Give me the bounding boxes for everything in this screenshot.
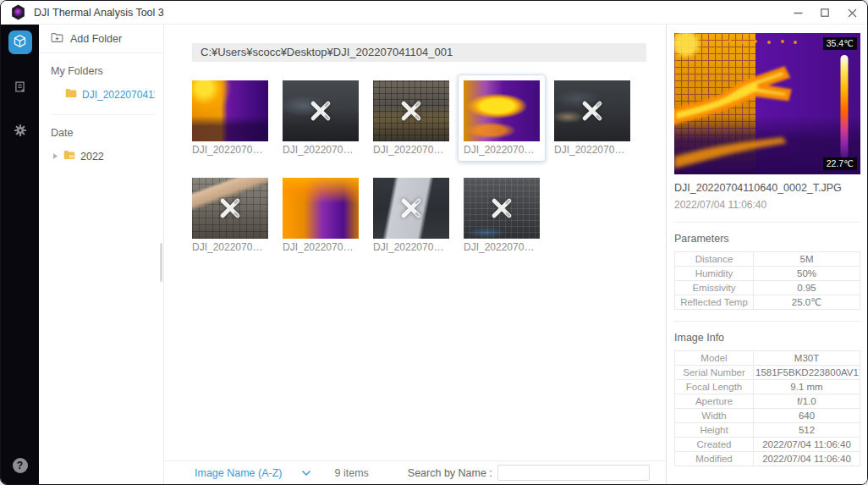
thumbnail-image[interactable]: [192, 80, 268, 141]
row-value: 512: [754, 423, 860, 438]
no-edit-icon: [464, 178, 540, 239]
no-edit-icon: [373, 178, 449, 239]
expand-arrow-icon[interactable]: [52, 151, 58, 163]
minimize-button[interactable]: [791, 6, 805, 19]
min-temp-badge: 22.7℃: [823, 157, 857, 170]
divider: [674, 222, 860, 223]
table-row: Width640: [675, 409, 860, 423]
year-label: 2022: [80, 151, 104, 163]
row-label: Height: [675, 423, 754, 438]
thumbnail-label: DJI_2022070…: [283, 241, 359, 253]
thumbnail-3[interactable]: DJI_2022070…: [367, 74, 455, 162]
no-edit-icon: [283, 80, 359, 141]
thumbnail-1[interactable]: DJI_2022070…: [186, 74, 274, 162]
thumbnail-image[interactable]: [283, 80, 359, 141]
row-value: 0.95: [754, 281, 860, 295]
preview-filename: DJI_20220704110640_0002_T.JPG: [674, 182, 860, 194]
footer-bar: Image Name (A-Z) 9 items Search by Name …: [165, 460, 666, 484]
thumbnail-label: DJI_2022070…: [192, 144, 268, 156]
close-button[interactable]: [845, 6, 859, 19]
row-label: Distance: [675, 252, 754, 267]
table-row: ModelM30T: [675, 351, 860, 366]
app-window: DJI Thermal Analysis Tool 3: [0, 0, 868, 485]
no-edit-icon: [373, 80, 449, 141]
row-label: Reflected Temp: [675, 295, 754, 310]
row-value: f/1.0: [754, 394, 860, 409]
help-button[interactable]: ?: [13, 458, 28, 473]
thermal-preview-image: [674, 33, 860, 174]
main-content: C:¥Users¥scocc¥Desktop¥DJI_202207041104_…: [165, 25, 666, 484]
table-row: Emissivity0.95: [675, 281, 860, 295]
thumbnail-image[interactable]: [464, 80, 540, 141]
date-title: Date: [51, 127, 155, 139]
row-value: 2022/07/04 11:06:40: [754, 452, 860, 466]
row-label: Humidity: [675, 267, 754, 281]
nav-settings[interactable]: [8, 120, 32, 144]
gear-icon: [13, 123, 28, 141]
thumbnail-image[interactable]: [192, 178, 268, 239]
thumbnail-4[interactable]: DJI_2022070…: [458, 74, 546, 162]
row-value: 640: [754, 409, 860, 423]
thumbnail-2[interactable]: DJI_2022070…: [277, 74, 365, 162]
sidebar-item-year[interactable]: 2022: [51, 150, 155, 163]
sort-dropdown[interactable]: Image Name (A-Z): [195, 467, 283, 479]
no-edit-icon: [192, 178, 268, 239]
row-label: Aperture: [675, 394, 754, 409]
row-label: Emissivity: [675, 281, 754, 295]
maximize-button[interactable]: [818, 6, 832, 19]
table-row: Distance5M: [675, 252, 860, 267]
thumbnail-label: DJI_2022070…: [283, 144, 359, 156]
row-value: 2022/07/04 11:06:40: [754, 438, 860, 452]
thumbnail-5[interactable]: DJI_2022070…: [548, 74, 636, 162]
search-label: Search by Name :: [408, 467, 492, 479]
thumbnail-label: DJI_2022070…: [373, 144, 449, 156]
table-row: Created2022/07/04 11:06:40: [675, 438, 860, 452]
preview-datetime: 2022/07/04 11:06:40: [674, 199, 860, 211]
current-path: C:¥Users¥scocc¥Desktop¥DJI_202207041104_…: [192, 43, 646, 62]
add-folder-button[interactable]: Add Folder: [51, 25, 155, 52]
thumbnail-image[interactable]: [373, 80, 449, 141]
nav-thermal-library[interactable]: [8, 30, 32, 54]
window-title: DJI Thermal Analysis Tool 3: [34, 7, 164, 19]
scrollbar-thumb[interactable]: [160, 243, 162, 282]
no-edit-icon: [554, 80, 630, 141]
folders-panel: Add Folder My Folders DJI_20220704110… D…: [39, 25, 164, 484]
row-value: 1581F5BKD223800AV17: [754, 366, 860, 380]
thumbnail-label: DJI_2022070…: [373, 241, 449, 253]
table-row: Serial Number1581F5BKD223800AV17: [675, 366, 860, 380]
image-info-title: Image Info: [674, 332, 860, 344]
table-row: Modified2022/07/04 11:06:40: [675, 452, 860, 466]
thumbnail-8[interactable]: DJI_2022070…: [367, 172, 455, 259]
row-label: Model: [675, 351, 754, 366]
image-info-table: ModelM30TSerial Number1581F5BKD223800AV1…: [674, 350, 860, 466]
search-input[interactable]: [497, 465, 650, 481]
sidebar-item-folder[interactable]: DJI_20220704110…: [51, 88, 155, 101]
table-row: Height512: [675, 423, 860, 438]
divider: [51, 114, 155, 115]
row-label: Width: [675, 409, 754, 423]
thumbnail-7[interactable]: DJI_2022070…: [277, 172, 365, 259]
titlebar: DJI Thermal Analysis Tool 3: [1, 1, 867, 25]
chevron-down-icon[interactable]: [301, 470, 311, 477]
row-value: M30T: [754, 351, 860, 366]
folder-icon: [65, 88, 77, 101]
app-logo-icon: [11, 4, 25, 20]
thumbnail-grid: DJI_2022070…DJI_2022070…DJI_2022070…DJI_…: [186, 74, 661, 259]
thumbnail-image[interactable]: [554, 80, 630, 141]
parameters-table: Distance5MHumidity50%Emissivity0.95Refle…: [674, 251, 860, 310]
nav-report[interactable]: [8, 76, 32, 100]
thumbnail-label: DJI_2022070…: [554, 144, 630, 156]
parameters-title: Parameters: [674, 233, 860, 245]
thumbnail-image[interactable]: [373, 178, 449, 239]
thumbnail-6[interactable]: DJI_2022070…: [186, 172, 274, 259]
report-icon: [13, 80, 27, 97]
add-folder-icon: [51, 32, 63, 46]
thumbnail-image[interactable]: [283, 178, 359, 239]
thumbnail-label: DJI_2022070…: [192, 241, 268, 253]
temperature-scale-bar: [841, 55, 849, 158]
window-controls: [791, 1, 859, 25]
thumbnail-9[interactable]: DJI_2022070…: [458, 172, 546, 259]
thermal-preview: 35.4℃ 22.7℃: [674, 33, 860, 174]
thumbnail-image[interactable]: [464, 178, 540, 239]
add-folder-label: Add Folder: [70, 33, 122, 45]
